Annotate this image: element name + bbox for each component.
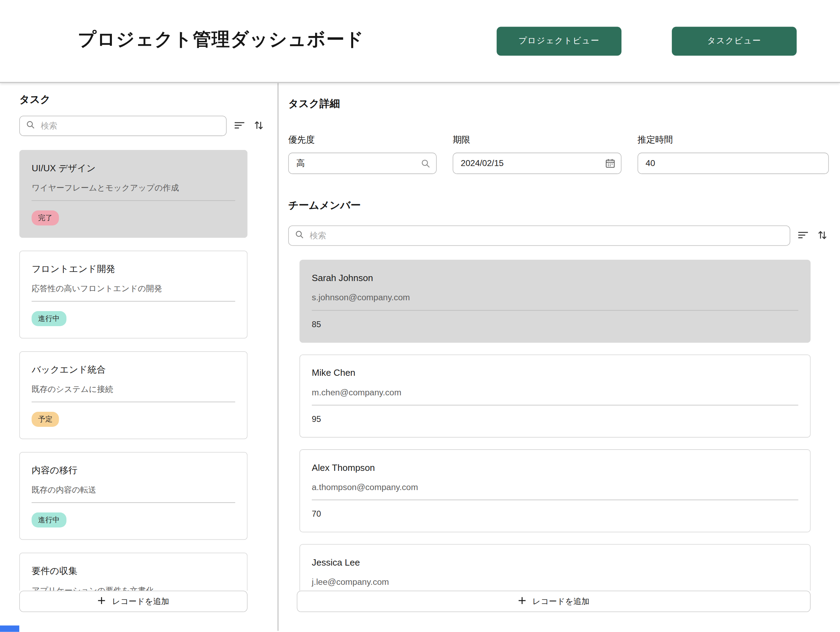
task-description[interactable]: 既存の内容の転送 bbox=[32, 485, 235, 503]
team-members-title: チームメンバー bbox=[288, 199, 829, 213]
task-name: バックエンド統合 bbox=[32, 364, 235, 376]
member-name: Sarah Johnson bbox=[312, 273, 798, 284]
task-list: UI/UX デザイン ワイヤーフレームとモックアップの作成 完了 フロントエンド… bbox=[19, 150, 248, 591]
task-detail-title: タスク詳細 bbox=[288, 97, 829, 111]
header-buttons: プロジェクトビュー タスクビュー bbox=[497, 27, 797, 55]
detail-fields-row: 優先度 期限 bbox=[288, 134, 829, 174]
member-email[interactable]: j.lee@company.com bbox=[312, 577, 798, 590]
task-status-badge[interactable]: 進行中 bbox=[32, 311, 66, 326]
task-view-button[interactable]: タスクビュー bbox=[672, 27, 797, 55]
project-view-button[interactable]: プロジェクトビュー bbox=[497, 27, 621, 55]
tasks-sort-button[interactable] bbox=[253, 120, 265, 132]
content-area: タスク bbox=[0, 83, 840, 630]
member-card[interactable]: Sarah Johnson s.johnson@company.com 85 bbox=[299, 260, 811, 342]
task-name: UI/UX デザイン bbox=[32, 162, 235, 175]
member-score[interactable]: 70 bbox=[312, 509, 798, 519]
member-email[interactable]: a.thompson@company.com bbox=[312, 482, 798, 500]
tasks-search-box bbox=[19, 116, 227, 136]
member-email[interactable]: s.johnson@company.com bbox=[312, 293, 798, 311]
member-name: Mike Chen bbox=[312, 368, 798, 378]
add-member-record-button[interactable]: レコードを追加 bbox=[297, 591, 811, 612]
filter-icon bbox=[234, 120, 245, 131]
search-icon[interactable] bbox=[420, 158, 431, 169]
task-status-badge[interactable]: 進行中 bbox=[32, 512, 66, 528]
task-description[interactable]: 応答性の高いフロントエンドの開発 bbox=[32, 284, 235, 302]
tasks-panel: タスク bbox=[0, 83, 278, 630]
task-name: フロントエンド開発 bbox=[32, 263, 235, 275]
estimated-hours-label: 推定時間 bbox=[638, 134, 829, 146]
member-list: Sarah Johnson s.johnson@company.com 85 M… bbox=[288, 260, 811, 591]
tasks-search-input[interactable] bbox=[39, 121, 219, 131]
task-status-badge[interactable]: 予定 bbox=[32, 412, 59, 427]
members-search-input[interactable] bbox=[308, 230, 783, 241]
task-card[interactable]: 内容の移行 既存の内容の転送 進行中 bbox=[19, 452, 248, 540]
add-task-record-label: レコードを追加 bbox=[112, 596, 169, 607]
task-name: 要件の収集 bbox=[32, 565, 235, 577]
priority-label: 優先度 bbox=[288, 134, 436, 146]
add-member-record-label: レコードを追加 bbox=[532, 596, 589, 607]
member-email[interactable]: m.chen@company.com bbox=[312, 388, 798, 405]
members-filter-button[interactable] bbox=[797, 229, 810, 242]
priority-field: 優先度 bbox=[288, 134, 436, 174]
estimated-hours-input[interactable] bbox=[638, 153, 829, 174]
task-detail-panel: タスク詳細 優先度 期限 bbox=[279, 83, 840, 630]
task-description[interactable]: 既存のシステムに接続 bbox=[32, 385, 235, 402]
task-description[interactable]: アプリケーションの要件を文書化 bbox=[32, 586, 235, 591]
sort-icon bbox=[254, 120, 264, 132]
member-card[interactable]: Alex Thompson a.thompson@company.com 70 bbox=[299, 449, 811, 532]
task-status-badge[interactable]: 完了 bbox=[32, 210, 59, 225]
task-card[interactable]: フロントエンド開発 応答性の高いフロントエンドの開発 進行中 bbox=[19, 251, 248, 338]
header: プロジェクト管理ダッシュボード プロジェクトビュー タスクビュー bbox=[0, 0, 840, 83]
tasks-filter-button[interactable] bbox=[233, 120, 246, 132]
app-window: プロジェクト管理ダッシュボード プロジェクトビュー タスクビュー タスク bbox=[0, 0, 840, 632]
task-card[interactable]: バックエンド統合 既存のシステムに接続 予定 bbox=[19, 351, 248, 439]
sort-icon bbox=[817, 229, 828, 241]
add-task-record-button[interactable]: レコードを追加 bbox=[19, 591, 248, 612]
member-score[interactable]: 85 bbox=[312, 320, 798, 329]
page-title: プロジェクト管理ダッシュボード bbox=[77, 27, 364, 51]
filter-icon bbox=[798, 230, 808, 241]
task-card[interactable]: UI/UX デザイン ワイヤーフレームとモックアップの作成 完了 bbox=[19, 150, 248, 238]
plus-icon bbox=[98, 597, 106, 607]
task-name: 内容の移行 bbox=[32, 464, 235, 476]
tasks-search-row bbox=[19, 116, 265, 136]
calendar-icon[interactable] bbox=[605, 158, 616, 169]
estimated-hours-field: 推定時間 bbox=[638, 134, 829, 174]
priority-input[interactable] bbox=[288, 153, 436, 174]
member-name: Jessica Lee bbox=[312, 558, 798, 568]
task-card[interactable]: 要件の収集 アプリケーションの要件を文書化 bbox=[19, 553, 248, 591]
plus-icon bbox=[518, 597, 526, 607]
members-search-box bbox=[288, 225, 790, 246]
member-name: Alex Thompson bbox=[312, 463, 798, 474]
search-icon bbox=[26, 121, 35, 131]
tasks-panel-title: タスク bbox=[19, 93, 265, 107]
horizontal-scrollbar-thumb[interactable] bbox=[0, 626, 19, 632]
member-card[interactable]: Jessica Lee j.lee@company.com bbox=[299, 544, 811, 591]
due-date-input[interactable] bbox=[453, 153, 622, 174]
due-date-field: 期限 bbox=[453, 134, 622, 174]
member-score[interactable]: 95 bbox=[312, 415, 798, 424]
due-date-label: 期限 bbox=[453, 134, 622, 146]
search-icon bbox=[295, 230, 304, 241]
member-card[interactable]: Mike Chen m.chen@company.com 95 bbox=[299, 355, 811, 437]
task-description[interactable]: ワイヤーフレームとモックアップの作成 bbox=[32, 183, 235, 201]
members-search-row bbox=[288, 225, 829, 246]
members-sort-button[interactable] bbox=[816, 229, 829, 242]
